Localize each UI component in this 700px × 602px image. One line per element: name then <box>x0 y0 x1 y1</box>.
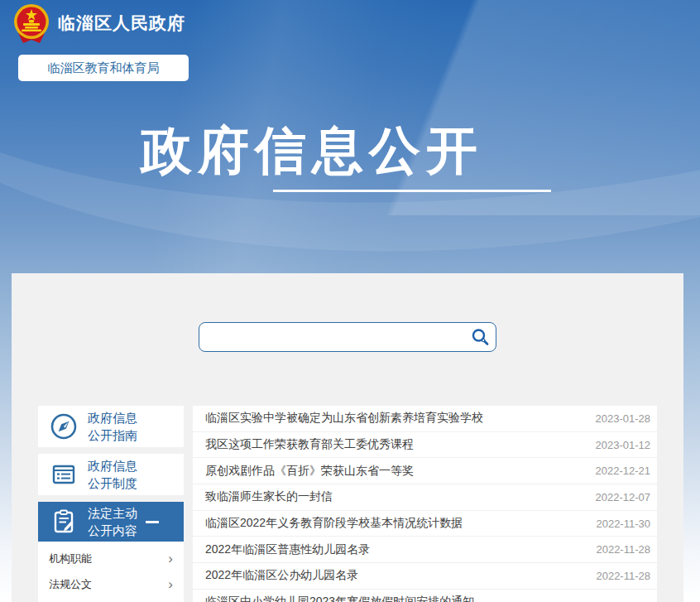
news-title: 临淄区2022年义务教育阶段学校基本情况统计数据 <box>205 516 463 531</box>
news-title: 临淄区中小学幼儿园2023年寒假放假时间安排的通知 <box>205 595 474 602</box>
news-title: 2022年临淄区普惠性幼儿园名录 <box>205 542 370 557</box>
news-date: 2022-12-21 <box>596 465 651 477</box>
news-date: 2022-12-07 <box>596 491 651 503</box>
sidebar-item-public-info-guide[interactable]: 政府信息 公开指南 <box>38 406 184 447</box>
submenu-item-agency-functions[interactable]: 机构职能 › <box>38 546 184 571</box>
news-list: 临淄区实验中学被确定为山东省创新素养培育实验学校 2023-01-28 我区这项… <box>193 406 657 602</box>
news-list-item[interactable]: 临淄区中小学幼儿园2023年寒假放假时间安排的通知 <box>193 590 657 602</box>
page-title: 政府信息公开 <box>141 116 483 185</box>
compass-icon <box>50 412 78 441</box>
sidebar-item-label: 政府信息 公开指南 <box>88 409 137 444</box>
news-list-item[interactable]: 2022年临淄区公办幼儿园名录 2022-11-28 <box>193 563 657 590</box>
sidebar-item-public-info-system[interactable]: 政府信息 公开制度 <box>38 454 184 495</box>
site-header: 临淄区人民政府 <box>0 0 700 50</box>
submenu-item-regulations[interactable]: 法规公文 › <box>38 571 184 597</box>
document-list-icon <box>50 460 78 489</box>
search-button[interactable] <box>464 323 496 351</box>
news-list-item[interactable]: 2022年临淄区普惠性幼儿园名录 2022-11-28 <box>193 537 657 563</box>
news-title: 致临淄师生家长的一封信 <box>205 489 333 504</box>
sidebar-item-statutory-disclosure[interactable]: 法定主动 公开内容 <box>38 502 184 542</box>
chevron-right-icon: › <box>168 551 173 566</box>
sidebar-item-label: 政府信息 公开制度 <box>88 457 137 492</box>
news-title: 原创戏剧作品《百折》荣获山东省一等奖 <box>205 464 414 479</box>
search-bar <box>199 322 496 352</box>
news-date: 2023-01-28 <box>596 412 651 425</box>
submenu-label: 机构职能 <box>49 551 92 566</box>
news-date: 2022-11-28 <box>596 543 650 556</box>
sidebar-item-label: 法定主动 公开内容 <box>88 504 137 539</box>
site-title: 临淄区人民政府 <box>58 12 185 35</box>
chevron-right-icon: › <box>168 577 173 591</box>
news-list-item[interactable]: 致临淄师生家长的一封信 2022-12-07 <box>193 484 657 511</box>
news-list-item[interactable]: 临淄区实验中学被确定为山东省创新素养培育实验学校 2023-01-28 <box>193 406 657 432</box>
collapse-indicator-icon <box>146 521 159 523</box>
search-icon <box>470 327 490 347</box>
sidebar-submenu: 机构职能 › 法规公文 › <box>38 542 184 602</box>
news-list-item[interactable]: 临淄区2022年义务教育阶段学校基本情况统计数据 2022-11-30 <box>193 511 657 537</box>
news-list-item[interactable]: 原创戏剧作品《百折》荣获山东省一等奖 2022-12-21 <box>193 458 657 484</box>
submenu-label: 法规公文 <box>49 577 92 592</box>
news-date: 2022-11-28 <box>596 570 650 582</box>
search-input[interactable] <box>199 323 464 351</box>
national-emblem-icon <box>13 3 50 45</box>
clipboard-pen-icon <box>50 508 78 536</box>
department-button[interactable]: 临淄区教育和体育局 <box>18 55 189 81</box>
news-title: 临淄区实验中学被确定为山东省创新素养培育实验学校 <box>205 411 483 426</box>
news-title: 2022年临淄区公办幼儿园名录 <box>205 568 358 583</box>
news-list-item[interactable]: 我区这项工作荣获教育部关工委优秀课程 2023-01-12 <box>193 432 657 459</box>
news-title: 我区这项工作荣获教育部关工委优秀课程 <box>205 437 414 452</box>
title-underline <box>273 190 551 192</box>
news-date: 2022-11-30 <box>596 518 650 530</box>
content-panel: 政府信息 公开指南 政府信息 公开制度 <box>12 273 683 602</box>
news-date: 2023-01-12 <box>596 439 651 451</box>
